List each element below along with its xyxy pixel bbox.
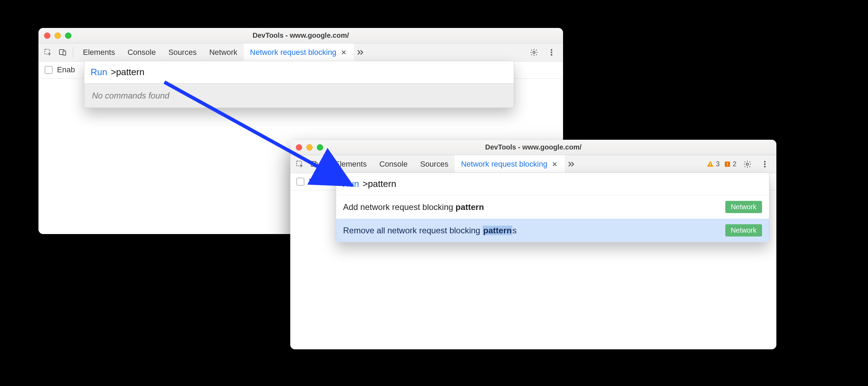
tab-network-request-blocking[interactable]: Network request blocking <box>455 155 565 173</box>
command-input-row[interactable]: Run >pattern <box>336 173 769 195</box>
command-run-label: Run <box>91 67 107 78</box>
svg-rect-2 <box>63 51 66 55</box>
tab-label: Network request blocking <box>250 48 336 57</box>
svg-rect-10 <box>710 163 711 165</box>
command-results-list: Add network request blocking pattern Net… <box>336 195 769 242</box>
window-zoom-button[interactable] <box>317 144 323 151</box>
svg-point-5 <box>551 52 552 53</box>
tab-close-icon[interactable] <box>340 49 348 56</box>
issues-badge[interactable]: 2 <box>724 160 737 168</box>
enable-blocking-label: Enab <box>309 177 327 186</box>
devtools-window-after: DevTools - www.google.com/ Elements Cons… <box>290 140 776 349</box>
svg-point-16 <box>764 161 766 162</box>
command-item-label: Add network request blocking pattern <box>343 202 484 212</box>
panel-content: Enab Run >pattern Add network request bl… <box>290 173 776 349</box>
toolbar-right <box>527 46 560 59</box>
tab-label: Network request blocking <box>461 160 547 169</box>
svg-point-17 <box>764 163 766 165</box>
toolbar-right: 3 2 <box>706 158 774 171</box>
svg-point-15 <box>746 163 748 165</box>
tab-close-icon[interactable] <box>551 160 558 168</box>
tab-console[interactable]: Console <box>121 43 162 61</box>
svg-point-3 <box>533 51 535 53</box>
command-run-label: Run <box>342 179 359 189</box>
window-minimize-button[interactable] <box>55 32 61 39</box>
inspect-element-icon[interactable] <box>293 158 306 171</box>
window-close-button[interactable] <box>296 144 302 151</box>
command-query: >pattern <box>111 67 144 78</box>
tab-console[interactable]: Console <box>373 155 414 173</box>
devtools-tab-bar: Elements Console Sources Network request… <box>290 155 776 173</box>
svg-rect-13 <box>727 162 728 165</box>
device-toggle-icon[interactable] <box>56 46 69 59</box>
command-palette: Run >pattern No commands found <box>84 61 514 108</box>
tab-sources[interactable]: Sources <box>414 155 455 173</box>
device-toggle-icon[interactable] <box>308 158 321 171</box>
overflow-tabs-icon[interactable] <box>565 160 577 168</box>
svg-rect-11 <box>710 165 711 166</box>
svg-point-18 <box>764 166 766 167</box>
svg-rect-14 <box>727 165 728 166</box>
window-close-button[interactable] <box>44 32 50 39</box>
tab-network[interactable]: Network <box>203 43 244 61</box>
window-minimize-button[interactable] <box>306 144 313 151</box>
command-category-tag: Network <box>725 224 762 236</box>
tab-sources[interactable]: Sources <box>162 43 203 61</box>
command-input-row[interactable]: Run >pattern <box>84 61 514 83</box>
command-item-label: Remove all network request blocking patt… <box>343 226 517 235</box>
tab-elements[interactable]: Elements <box>77 43 121 61</box>
warnings-badge[interactable]: 3 <box>706 160 720 168</box>
svg-point-4 <box>551 49 552 51</box>
window-title: DevTools - www.google.com/ <box>290 143 776 151</box>
enable-blocking-checkbox[interactable] <box>45 66 52 74</box>
settings-icon[interactable] <box>741 158 754 171</box>
command-palette: Run >pattern Add network request blockin… <box>336 173 769 242</box>
enable-blocking-checkbox[interactable] <box>297 178 304 185</box>
overflow-tabs-icon[interactable] <box>354 48 367 57</box>
kebab-menu-icon[interactable] <box>758 158 771 171</box>
warnings-count: 3 <box>716 160 720 168</box>
toolbar-divider <box>73 47 73 58</box>
traffic-lights <box>296 144 323 151</box>
devtools-tab-bar: Elements Console Sources Network Network… <box>38 43 563 61</box>
titlebar: DevTools - www.google.com/ <box>38 28 563 43</box>
tab-elements[interactable]: Elements <box>328 155 373 173</box>
titlebar: DevTools - www.google.com/ <box>290 140 776 155</box>
command-item-add-blocking-pattern[interactable]: Add network request blocking pattern Net… <box>336 195 769 219</box>
svg-rect-9 <box>315 163 318 167</box>
toolbar-divider <box>325 159 325 169</box>
svg-point-6 <box>551 54 552 56</box>
tab-network-request-blocking[interactable]: Network request blocking <box>244 43 354 61</box>
traffic-lights <box>44 32 71 39</box>
command-empty-message: No commands found <box>84 83 514 108</box>
window-title: DevTools - www.google.com/ <box>38 31 563 39</box>
tabs: Elements Console Sources Network Network… <box>77 43 526 61</box>
window-zoom-button[interactable] <box>65 32 71 39</box>
settings-icon[interactable] <box>527 46 541 59</box>
command-query: >pattern <box>363 179 396 189</box>
tabs: Elements Console Sources Network request… <box>328 155 705 173</box>
command-item-remove-blocking-patterns[interactable]: Remove all network request blocking patt… <box>336 219 769 242</box>
command-category-tag: Network <box>725 201 762 213</box>
issues-count: 2 <box>733 160 737 168</box>
enable-blocking-label: Enab <box>57 65 75 74</box>
inspect-element-icon[interactable] <box>41 46 55 59</box>
kebab-menu-icon[interactable] <box>545 46 558 59</box>
